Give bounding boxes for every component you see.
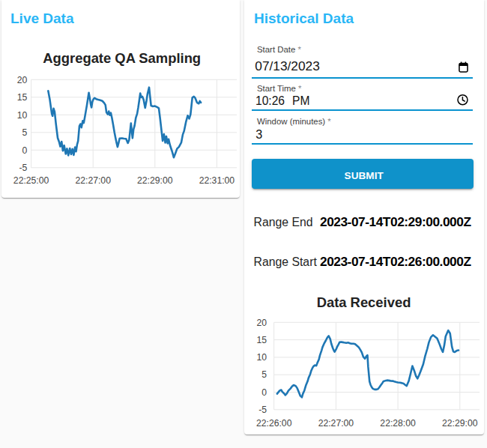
svg-text:10: 10 <box>17 110 28 121</box>
svg-text:Aggregate QA Sampling: Aggregate QA Sampling <box>43 50 201 66</box>
svg-text:-5: -5 <box>258 405 267 415</box>
svg-text:22:28:00: 22:28:00 <box>380 418 416 429</box>
svg-text:Data Received: Data Received <box>317 294 411 310</box>
svg-text:22:26:00: 22:26:00 <box>256 418 292 429</box>
svg-text:22:25:00: 22:25:00 <box>13 175 49 186</box>
svg-text:-5: -5 <box>19 163 27 173</box>
svg-text:20: 20 <box>17 75 28 85</box>
svg-text:22:31:00: 22:31:00 <box>199 175 235 186</box>
svg-text:22:27:00: 22:27:00 <box>318 418 354 429</box>
svg-text:22:29:00: 22:29:00 <box>137 175 173 186</box>
svg-text:20: 20 <box>256 318 267 328</box>
svg-text:5: 5 <box>22 127 28 138</box>
svg-text:22:29:00: 22:29:00 <box>442 418 478 429</box>
svg-text:15: 15 <box>256 335 267 345</box>
svg-text:0: 0 <box>22 145 28 156</box>
svg-text:5: 5 <box>261 369 267 380</box>
svg-text:10: 10 <box>256 352 267 363</box>
svg-text:15: 15 <box>17 92 28 103</box>
svg-text:22:27:00: 22:27:00 <box>75 175 111 186</box>
svg-text:0: 0 <box>261 387 267 398</box>
